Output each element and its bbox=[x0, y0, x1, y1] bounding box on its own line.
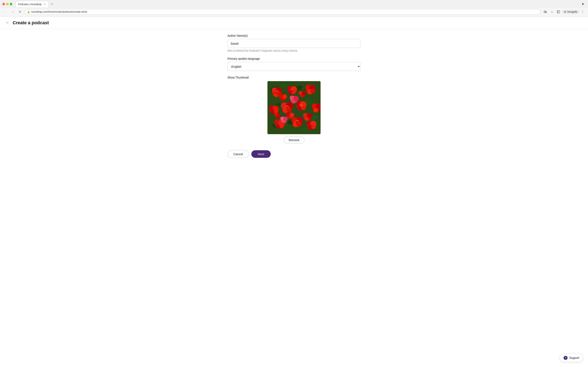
window-close-btn[interactable] bbox=[2, 3, 5, 5]
svg-point-80 bbox=[305, 117, 309, 121]
support-icon: ? bbox=[563, 356, 568, 360]
svg-point-92 bbox=[283, 117, 288, 121]
browser-titlebar: Podcasts | Soundtrap ✕ + ▼ bbox=[0, 0, 588, 8]
svg-point-76 bbox=[283, 94, 287, 99]
browser-toolbar: ← → ↻ 🔒 soundtrap.com/home/creator/podca… bbox=[0, 8, 588, 16]
svg-point-85 bbox=[274, 113, 278, 116]
svg-point-89 bbox=[291, 100, 295, 104]
svg-point-53 bbox=[313, 108, 318, 113]
active-tab[interactable]: Podcasts | Soundtrap ✕ bbox=[16, 1, 49, 7]
window-minimize-btn[interactable] bbox=[6, 3, 9, 5]
svg-point-95 bbox=[286, 106, 288, 109]
lock-icon: 🔒 bbox=[27, 11, 30, 13]
cancel-button[interactable]: Cancel bbox=[227, 150, 249, 158]
page-header: ← Create a podcast bbox=[0, 17, 588, 29]
page-scroll-area[interactable]: ← Create a podcast Author Name(s) Who is… bbox=[0, 17, 588, 363]
svg-point-73 bbox=[302, 91, 306, 95]
address-bar[interactable]: 🔒 soundtrap.com/home/creator/podcasts/cr… bbox=[25, 9, 541, 15]
form-actions: Cancel Next bbox=[227, 150, 361, 158]
tab-bar: Podcasts | Soundtrap ✕ + bbox=[16, 1, 580, 7]
no-camera-icon[interactable] bbox=[543, 9, 548, 15]
page-content: Author Name(s) Who is behind the Podcast… bbox=[223, 29, 365, 163]
browser-more-btn[interactable]: ⋮ bbox=[580, 9, 586, 15]
svg-point-94 bbox=[291, 90, 293, 92]
toolbar-icons: ☆ Incognito ⋮ bbox=[543, 9, 586, 15]
incognito-badge: Incognito bbox=[562, 10, 579, 14]
bookmark-icon[interactable]: ☆ bbox=[549, 9, 555, 15]
remove-thumbnail-btn[interactable]: Remove bbox=[284, 137, 304, 143]
language-label: Primary spoken language bbox=[227, 57, 361, 60]
author-name-hint: Who is behind the Podcast? Separate name… bbox=[227, 49, 361, 52]
thumbnail-container[interactable] bbox=[268, 81, 320, 134]
svg-point-97 bbox=[279, 123, 281, 125]
page-title: Create a podcast bbox=[13, 20, 49, 25]
incognito-label: Incognito bbox=[567, 10, 577, 13]
back-nav-btn[interactable]: ← bbox=[2, 9, 8, 15]
language-section: Primary spoken language English Spanish … bbox=[227, 57, 361, 71]
thumbnail-section: Show Thumbnail bbox=[227, 76, 361, 143]
author-name-input[interactable] bbox=[227, 39, 361, 48]
author-name-label: Author Name(s) bbox=[227, 34, 361, 37]
thumbnail-image bbox=[268, 81, 320, 134]
svg-point-93 bbox=[276, 91, 278, 93]
window-controls bbox=[2, 3, 12, 5]
svg-point-82 bbox=[286, 112, 290, 117]
address-text: soundtrap.com/home/creator/podcasts/crea… bbox=[31, 10, 538, 13]
language-select[interactable]: English Spanish French German Portuguese… bbox=[227, 62, 361, 71]
svg-point-49 bbox=[300, 104, 303, 107]
support-label: Support bbox=[569, 356, 579, 359]
thumbnail-label: Show Thumbnail bbox=[227, 76, 361, 79]
browser-sidebar-btn[interactable] bbox=[555, 9, 561, 15]
svg-point-70 bbox=[311, 125, 316, 129]
tab-close-btn[interactable]: ✕ bbox=[43, 3, 46, 6]
window-maximize-btn[interactable] bbox=[10, 3, 12, 5]
svg-rect-1 bbox=[557, 11, 560, 13]
forward-nav-btn[interactable]: → bbox=[10, 9, 16, 15]
svg-point-75 bbox=[279, 94, 283, 98]
tab-title: Podcasts | Soundtrap bbox=[18, 3, 42, 6]
next-button[interactable]: Next bbox=[251, 150, 271, 158]
browser-menu-icon[interactable]: ▼ bbox=[581, 2, 586, 6]
author-name-section: Author Name(s) Who is behind the Podcast… bbox=[227, 34, 361, 52]
reload-btn[interactable]: ↻ bbox=[17, 9, 23, 15]
page-back-btn[interactable]: ← bbox=[5, 20, 10, 26]
new-tab-btn[interactable]: + bbox=[50, 2, 54, 7]
support-widget[interactable]: ? Support bbox=[560, 354, 583, 362]
thumbnail-center: Remove bbox=[227, 81, 361, 143]
browser-chrome: Podcasts | Soundtrap ✕ + ▼ ← → ↻ 🔒 sound… bbox=[0, 0, 588, 17]
svg-point-83 bbox=[290, 113, 294, 117]
svg-point-32 bbox=[310, 89, 315, 93]
svg-point-96 bbox=[296, 121, 298, 123]
